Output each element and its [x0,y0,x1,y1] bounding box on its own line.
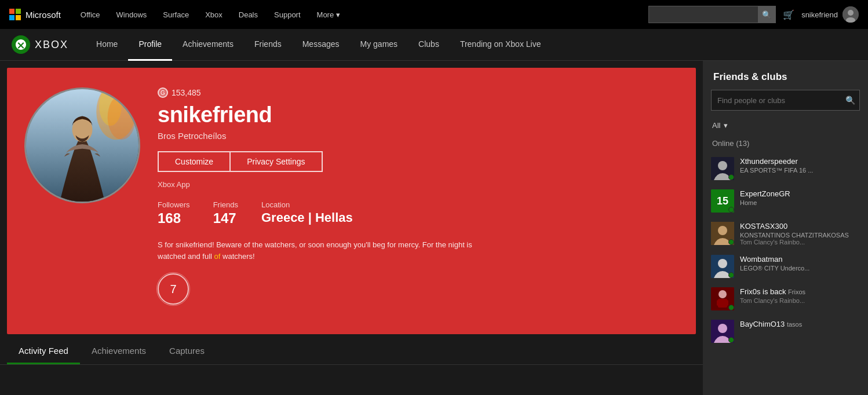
top-search-input[interactable] [649,10,758,19]
friend-item[interactable]: BayChimO13 tasos [703,315,868,348]
svg-text:15: 15 [717,195,728,207]
tab-activity-feed[interactable]: Activity Feed [7,339,80,364]
nav-windows[interactable]: Windows [108,0,155,29]
online-indicator-1 [728,174,734,180]
nav-more[interactable]: More ▾ [309,0,348,29]
xbox-nav-clubs[interactable]: Clubs [408,29,450,61]
profile-avatar [24,87,140,203]
online-header: Online (13) [703,136,868,152]
location-label: Location [261,200,353,209]
filter-chevron-icon: ▾ [724,121,728,130]
friend-info-4: Wombatman LEGO® CITY Underco... [740,255,860,272]
ms-logo [9,9,21,20]
top-search-box[interactable]: 🔍 [648,6,776,23]
xbox-nav-messages[interactable]: Messages [292,29,350,61]
ms-logo-area[interactable]: Microsoft [9,9,61,20]
svg-rect-20 [725,300,728,306]
xbox-nav-achievements[interactable]: Achievements [172,29,244,61]
friend-detail-1: EA SPORTS™ FIFA 16 ... [740,167,860,174]
friend-name-6: BayChimO13 tasos [740,320,860,328]
profile-banner: G 153,485 snikefriend Bros Petrocheílos … [7,68,696,334]
svg-point-15 [718,259,727,268]
nav-office[interactable]: Office [72,0,108,29]
nav-deals[interactable]: Deals [231,0,266,29]
friend-name-3: KOSTASX300 [740,222,860,231]
online-indicator-4 [728,272,734,278]
svg-point-22 [718,324,727,333]
privacy-settings-button[interactable]: Privacy Settings [229,151,322,172]
level-badge: 7 [158,273,189,305]
xbox-logo-area[interactable]: XBOX [12,35,68,54]
followers-value: 168 [158,210,190,226]
friend-name-1: Xthunderspeeder [740,157,860,166]
search-friends-input[interactable] [712,96,841,105]
friends-value: 147 [213,210,238,226]
friend-name-4: Wombatman [740,255,860,264]
followers-stat: Followers 168 [158,200,190,226]
svg-point-1 [848,10,854,16]
friend-name-2: ExpertZoneGR [740,189,860,198]
bio-highlight: of [214,252,221,261]
friend-detail-2: Home [740,199,860,206]
content-area: G 153,485 snikefriend Bros Petrocheílos … [0,61,703,395]
xbox-nav-links: Home Profile Achievements Friends Messag… [86,29,856,61]
xbox-nav-home[interactable]: Home [86,29,128,61]
xbox-brand-label: XBOX [35,39,68,51]
tab-captures[interactable]: Captures [158,339,216,364]
xbox-nav-friends[interactable]: Friends [244,29,292,61]
sidebar: Friends & clubs 🔍 All ▾ Online (13) Xthu… [703,61,868,395]
gamerscore-value: 153,485 [172,88,201,97]
friend-info-6: BayChimO13 tasos [740,320,860,330]
friend-item[interactable]: KOSTASX300 KONSTANTINOS CHATZITRAKOSAS T… [703,217,868,250]
xbox-circle-logo [12,35,30,54]
friend-info-2: ExpertZoneGR Home [740,189,860,206]
xbox-nav-profile[interactable]: Profile [128,29,172,61]
friend-item[interactable]: 15 ExpertZoneGR Home [703,185,868,217]
avatar-image [26,89,138,202]
tab-achievements[interactable]: Achievements [80,339,158,364]
customize-button[interactable]: Customize [158,151,229,172]
friend-info-3: KOSTASX300 KONSTANTINOS CHATZITRAKOSAS T… [740,222,860,246]
xbox-nav-mygames[interactable]: My games [350,29,409,61]
friend-item[interactable]: Wombatman LEGO® CITY Underco... [703,250,868,283]
nav-support[interactable]: Support [266,0,309,29]
user-area[interactable]: snikefriend [801,6,859,23]
friend-avatar-2: 15 [711,189,734,213]
svg-point-6 [108,95,136,140]
svg-point-17 [719,290,727,298]
filter-row[interactable]: All ▾ [703,118,868,136]
friend-info-5: Frix0s is back Frixos Tom Clancy's Rainb… [740,287,860,304]
top-nav-links: Office Windows Surface Xbox Deals Suppor… [72,0,648,29]
cart-icon[interactable]: 🛒 [783,9,794,20]
nav-xbox[interactable]: Xbox [197,0,231,29]
search-friends-box[interactable]: 🔍 [711,90,860,111]
friend-item[interactable]: Frix0s is back Frixos Tom Clancy's Rainb… [703,283,868,315]
search-friends-button[interactable]: 🔍 [841,96,859,105]
friend-detail3-game: Tom Clancy's Rainbo... [740,239,860,246]
online-indicator-6 [728,337,734,343]
xbox-app-label: Xbox App [158,180,679,189]
nav-surface[interactable]: Surface [155,0,197,29]
gamerscore-area: G 153,485 [158,87,679,98]
svg-point-13 [718,226,727,235]
location-value: Greece | Hellas [261,210,353,225]
online-indicator-2 [728,207,734,213]
friend-item[interactable]: Xthunderspeeder EA SPORTS™ FIFA 16 ... [703,152,868,185]
svg-rect-19 [717,300,720,306]
friend-avatar-6 [711,320,734,343]
user-avatar [843,6,859,23]
bio-text: S for snikefriend! Beware of the watcher… [158,239,482,262]
svg-point-9 [718,161,727,170]
ms-brand: Microsoft [25,10,61,20]
filter-label: All [712,121,720,130]
friend-avatar-4 [711,255,734,278]
online-indicator-5 [728,305,734,310]
xbox-nav: XBOX Home Profile Achievements Friends M… [0,29,868,61]
top-nav-right: 🔍 🛒 snikefriend [648,6,859,23]
xbox-nav-trending[interactable]: Trending on Xbox Live [450,29,552,61]
friends-label: Friends [213,200,238,209]
followers-label: Followers [158,200,190,209]
friend-name-5: Frix0s is back Frixos [740,287,860,296]
friend-info-1: Xthunderspeeder EA SPORTS™ FIFA 16 ... [740,157,860,174]
top-search-button[interactable]: 🔍 [758,6,775,23]
